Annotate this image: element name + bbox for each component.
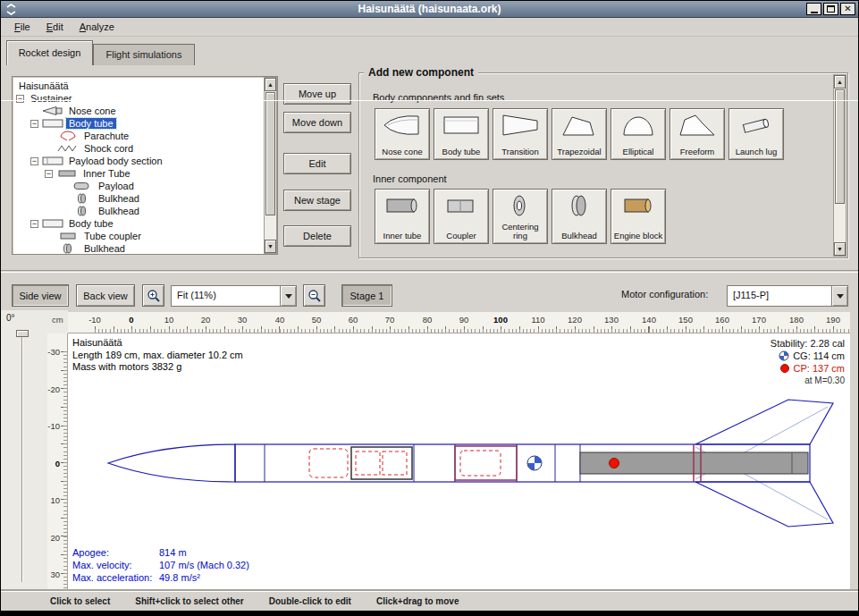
tree-scrollbar[interactable]: ▲ ▼ — [264, 77, 277, 254]
add-freeform-fin-button[interactable]: Freeform — [670, 108, 725, 160]
ruler-number: 60 — [349, 315, 358, 325]
add-engine-block-button[interactable]: Engine block — [611, 189, 666, 244]
tree-item-nose-cone[interactable]: Nose cone — [13, 105, 277, 117]
menu-file[interactable]: File — [6, 20, 38, 34]
cp-value: CP: 137 cm — [794, 362, 845, 375]
max-velocity-value: 107 m/s (Mach 0.32) — [159, 559, 249, 571]
add-elliptical-fin-button[interactable]: Elliptical — [611, 108, 666, 160]
scroll-down-icon[interactable]: ▼ — [834, 242, 846, 256]
tree-item-parachute[interactable]: Parachute — [13, 130, 277, 142]
scroll-up-icon[interactable]: ▲ — [265, 78, 276, 91]
menu-analyze[interactable]: Analyze — [72, 20, 122, 34]
tube-coupler-outline[interactable] — [455, 446, 517, 480]
menu-edit[interactable]: Edit — [38, 20, 72, 34]
tree-item-body-tube[interactable]: − Body tube — [13, 117, 277, 130]
bottom-fin[interactable] — [695, 482, 833, 527]
add-centering-ring-button[interactable]: Centering ring — [493, 189, 548, 244]
tree-item-payload[interactable]: Payload — [13, 180, 277, 192]
scroll-down-icon[interactable]: ▼ — [265, 240, 276, 253]
ruler-number: 0 — [129, 315, 133, 325]
body-tube-icon — [42, 156, 63, 166]
body-tube-icon — [442, 113, 481, 138]
tree-item-rocket[interactable]: Haisunäätä — [13, 80, 277, 92]
component-button-label: Body tube — [442, 148, 481, 156]
tree-item-shock-cord[interactable]: Shock cord — [13, 142, 277, 155]
apogee-label: Apogee: — [72, 546, 159, 559]
stability-value: Stability: 2.28 cal — [771, 337, 845, 350]
cg-marker[interactable] — [527, 456, 542, 470]
inner-tube-icon — [56, 168, 78, 179]
tree-item-bulkhead[interactable]: Bulkhead — [13, 205, 277, 217]
top-fin[interactable] — [695, 400, 833, 444]
add-bulkhead-button[interactable]: Bulkhead — [552, 189, 607, 244]
component-tree[interactable]: Haisunäätä − Sustainer Nose cone − Body … — [12, 76, 278, 255]
move-down-button[interactable]: Move down — [283, 112, 351, 133]
edit-button[interactable]: Edit — [283, 153, 351, 174]
bulkhead-icon — [560, 193, 599, 218]
add-transition-button[interactable]: Transition — [493, 108, 548, 160]
delete-button[interactable]: Delete — [283, 225, 351, 247]
add-trapezoidal-fin-button[interactable]: Trapezoidal — [552, 108, 607, 160]
rotation-slider-handle[interactable] — [16, 330, 29, 337]
parachute-outline[interactable] — [309, 449, 348, 477]
tree-item-label: Body tube — [66, 118, 116, 129]
tree-item-bulkhead[interactable]: Bulkhead — [13, 242, 277, 255]
add-panel-scrollbar-thumb[interactable] — [835, 89, 845, 204]
add-inner-tube-button[interactable]: Inner tube — [375, 189, 430, 244]
add-coupler-button[interactable]: Coupler — [434, 189, 489, 244]
back-view-button[interactable]: Back view — [76, 284, 135, 307]
tab-flight-simulations[interactable]: Flight simulations — [93, 44, 195, 65]
tree-collapse-icon[interactable]: − — [16, 95, 24, 103]
tree-item-stage[interactable]: − Sustainer — [13, 92, 277, 105]
chevron-down-icon[interactable] — [831, 286, 847, 306]
rocket-canvas[interactable]: Haisunäätä Length 189 cm, max. diameter … — [68, 333, 850, 591]
rotation-slider-track — [21, 332, 23, 582]
tab-bar: Rocket design Flight simulations — [1, 37, 858, 65]
coupler-content-outline[interactable] — [460, 451, 501, 476]
stage-1-toggle[interactable]: Stage 1 — [341, 284, 392, 307]
close-button[interactable]: ✕ — [840, 3, 855, 15]
launch-lug-icon — [737, 113, 776, 138]
maximize-button[interactable] — [823, 3, 838, 15]
add-body-tube-button[interactable]: Body tube — [434, 108, 489, 160]
rotation-slider[interactable] — [16, 326, 29, 586]
payload-outline[interactable] — [383, 451, 407, 475]
tab-rocket-design[interactable]: Rocket design — [6, 40, 93, 65]
side-view-button[interactable]: Side view — [12, 284, 69, 307]
zoom-out-button[interactable] — [303, 284, 325, 307]
move-up-button[interactable]: Move up — [283, 83, 351, 105]
chevron-down-icon[interactable] — [280, 286, 296, 306]
title-bar[interactable]: Haisunäätä (haisunaata.ork) ✕ — [1, 1, 858, 18]
add-launch-lug-button[interactable]: Launch lug — [728, 108, 784, 160]
component-button-label: Freeform — [680, 148, 715, 156]
tree-item-tube-coupler[interactable]: Tube coupler — [13, 230, 277, 242]
component-button-label: Bulkhead — [561, 232, 597, 240]
cp-marker[interactable] — [610, 459, 619, 468]
tree-item-label: Sustainer — [28, 93, 74, 104]
nose-cone-outline[interactable] — [108, 444, 235, 482]
zoom-select[interactable]: Fit (11%) — [171, 285, 297, 307]
tree-scrollbar-thumb[interactable] — [265, 92, 275, 215]
tree-collapse-icon[interactable]: − — [30, 220, 38, 228]
tree-item-body-tube[interactable]: − Body tube — [13, 217, 277, 230]
new-stage-button[interactable]: New stage — [283, 190, 351, 211]
tree-collapse-icon[interactable]: − — [45, 170, 53, 178]
scroll-up-icon[interactable]: ▲ — [834, 75, 846, 89]
tree-collapse-icon[interactable]: − — [30, 120, 38, 128]
nose-cone-icon — [383, 113, 422, 138]
shock-cord-outline[interactable] — [356, 451, 380, 475]
tree-collapse-icon[interactable]: − — [30, 157, 38, 165]
add-panel-scrollbar[interactable]: ▲ ▼ — [833, 74, 846, 257]
tube-coupler-icon — [57, 231, 79, 241]
tree-item-bulkhead[interactable]: Bulkhead — [13, 192, 277, 205]
add-nose-cone-button[interactable]: Nose cone — [375, 108, 430, 160]
motor-configuration-select[interactable]: [J115-P] — [727, 285, 848, 307]
tree-item-inner-tube[interactable]: − Inner Tube — [13, 167, 277, 180]
component-button-label: Transition — [501, 148, 538, 156]
ruler-unit-label: cm — [52, 315, 63, 325]
status-bar: Click to select Shift+click to select ot… — [1, 591, 858, 611]
split-divider[interactable] — [1, 270, 858, 273]
tree-item-payload-section[interactable]: − Payload body section — [13, 155, 277, 167]
zoom-in-button[interactable] — [142, 284, 164, 307]
minimize-button[interactable] — [806, 3, 821, 15]
